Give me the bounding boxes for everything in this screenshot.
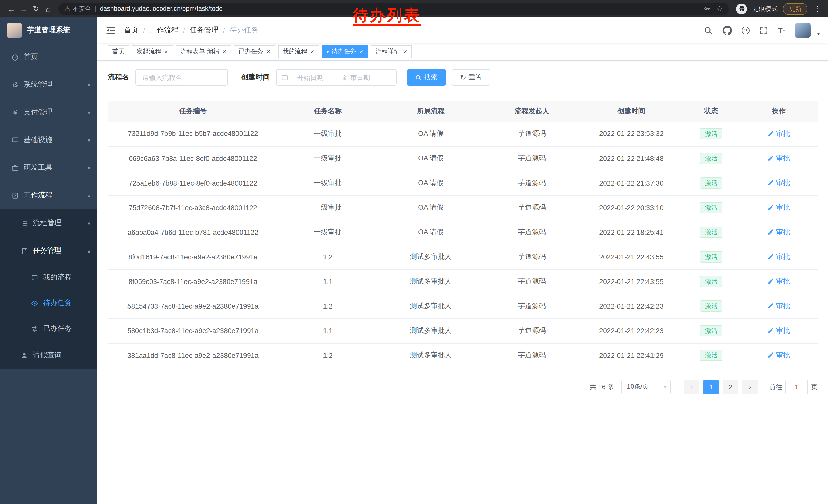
search-icon[interactable]: [704, 26, 713, 35]
github-icon[interactable]: [722, 26, 732, 35]
task-id-cell: 8f0d1619-7ac8-11ec-a9e2-a2380e71991a: [108, 244, 278, 269]
breadcrumb-item[interactable]: 首页: [124, 26, 138, 35]
initiator-cell: 芋道源码: [484, 294, 580, 318]
breadcrumb-item[interactable]: 工作流程: [150, 26, 178, 35]
tab-done-tasks[interactable]: 已办任务 ×: [234, 45, 275, 58]
table-header-row: 任务编号 任务名称 所属流程 流程发起人 创建时间 状态 操作: [108, 101, 818, 122]
close-icon[interactable]: ×: [310, 48, 315, 55]
sidebar-toggle-icon[interactable]: [106, 25, 116, 35]
help-icon[interactable]: ?: [742, 27, 750, 34]
fullscreen-icon[interactable]: [759, 26, 768, 35]
sidebar-item-infrastructure[interactable]: 基础设施 ▾: [0, 126, 97, 154]
task-name-cell: 1.1: [278, 269, 378, 294]
bookmark-star-icon[interactable]: ☆: [716, 5, 723, 13]
app-logo[interactable]: 芋道管理系统: [0, 17, 97, 43]
home-icon[interactable]: ⌂: [42, 4, 54, 13]
prev-page-button[interactable]: ‹: [684, 380, 699, 394]
process-name-input[interactable]: [135, 69, 228, 86]
sidebar-item-workflow[interactable]: 工作流程 ▴: [0, 182, 97, 209]
annotation-overlay: 待办列表: [353, 7, 421, 26]
font-size-icon[interactable]: TT: [778, 27, 785, 34]
audit-link[interactable]: 审批: [768, 351, 790, 360]
process-cell: OA 请假: [378, 171, 484, 195]
key-icon[interactable]: [704, 5, 711, 12]
reload-icon[interactable]: ↻: [30, 4, 42, 13]
tab-process-form-edit[interactable]: 流程表单-编辑 ×: [176, 45, 232, 58]
app-title: 芋道管理系统: [27, 26, 70, 35]
close-icon[interactable]: ×: [266, 48, 271, 55]
audit-label: 审批: [776, 154, 790, 163]
close-icon[interactable]: ×: [164, 48, 169, 55]
breadcrumb: 首页 / 工作流程 / 任务管理 / 待办任务: [124, 26, 258, 35]
sidebar-item-done-tasks[interactable]: 已办任务: [0, 316, 97, 341]
search-icon: [415, 74, 422, 81]
chat-icon: [31, 274, 38, 281]
close-icon[interactable]: ×: [359, 48, 364, 55]
close-icon[interactable]: ×: [403, 48, 408, 55]
process-cell: OA 请假: [378, 195, 484, 220]
reset-button[interactable]: ↻ 重置: [452, 69, 490, 86]
task-table: 任务编号 任务名称 所属流程 流程发起人 创建时间 状态 操作 73211d9d…: [108, 101, 818, 368]
task-name-cell: 一级审批: [278, 220, 378, 244]
audit-label: 审批: [776, 178, 790, 188]
sidebar-item-home[interactable]: 首页: [0, 43, 97, 71]
column-header: 流程发起人: [484, 101, 580, 122]
goto-page-input[interactable]: [785, 380, 808, 394]
sidebar-item-my-processes[interactable]: 我的流程: [0, 265, 97, 290]
audit-link[interactable]: 审批: [768, 178, 790, 188]
audit-link[interactable]: 审批: [768, 154, 790, 163]
tab-my-processes[interactable]: 我的流程 ×: [278, 45, 319, 58]
next-page-button[interactable]: ›: [742, 380, 758, 394]
action-cell: 审批: [740, 294, 818, 318]
sidebar-item-dev-tools[interactable]: 研发工具 ▾: [0, 154, 97, 182]
tab-start-process[interactable]: 发起流程 ×: [132, 45, 173, 58]
status-badge: 激活: [700, 128, 722, 139]
sidebar-item-todo-tasks[interactable]: 待办任务: [0, 290, 97, 316]
page-button-1[interactable]: 1: [703, 380, 719, 394]
sidebar-item-label: 支付管理: [24, 108, 52, 117]
audit-link[interactable]: 审批: [768, 326, 790, 335]
audit-label: 审批: [776, 129, 790, 138]
date-range-picker[interactable]: -: [276, 69, 397, 86]
tab-home[interactable]: 首页: [108, 45, 129, 58]
sidebar-item-label: 请假查询: [33, 351, 61, 360]
page-size-select[interactable]: 10条/页 ▾: [621, 380, 670, 394]
sidebar-item-system[interactable]: ⚙ 系统管理 ▾: [0, 71, 97, 98]
audit-link[interactable]: 审批: [768, 129, 790, 138]
breadcrumb-item[interactable]: 任务管理: [190, 26, 218, 35]
chevron-down-icon: ▾: [88, 137, 90, 143]
audit-link[interactable]: 审批: [768, 228, 790, 237]
page-button-2[interactable]: 2: [723, 380, 738, 394]
status-cell: 激活: [683, 244, 740, 269]
audit-link[interactable]: 审批: [768, 252, 790, 262]
audit-link[interactable]: 审批: [768, 302, 790, 311]
audit-label: 审批: [776, 302, 790, 311]
sidebar-item-label: 工作流程: [24, 191, 52, 200]
forward-icon[interactable]: →: [17, 4, 30, 13]
tab-process-detail[interactable]: 流程详情 ×: [371, 45, 412, 58]
start-date-input[interactable]: [290, 74, 330, 81]
total-count: 共 16 条: [590, 382, 614, 392]
sidebar-item-task-management[interactable]: 任务管理 ▴: [0, 237, 97, 265]
close-icon[interactable]: ×: [222, 48, 227, 55]
breadcrumb-item-current: 待办任务: [230, 26, 258, 35]
audit-link[interactable]: 审批: [768, 203, 790, 212]
avatar[interactable]: [795, 22, 811, 38]
action-cell: 审批: [740, 244, 818, 269]
audit-link[interactable]: 审批: [768, 277, 790, 286]
status-badge: 激活: [700, 350, 722, 361]
caret-down-icon[interactable]: ▾: [817, 31, 820, 38]
update-button[interactable]: 更新: [783, 3, 808, 15]
search-button[interactable]: 搜索: [407, 69, 446, 86]
status-badge: 激活: [700, 202, 722, 213]
end-date-input[interactable]: [337, 74, 377, 81]
sidebar-item-process-management[interactable]: 流程管理 ▾: [0, 209, 97, 237]
reset-button-label: 重置: [469, 73, 482, 82]
tab-todo-tasks[interactable]: ● 待办任务 ×: [322, 45, 368, 58]
sidebar-item-payment[interactable]: ¥ 支付管理 ▾: [0, 98, 97, 126]
back-icon[interactable]: ←: [5, 4, 17, 13]
task-id-cell: a6aba0a4-7b6d-11ec-b781-acde48001122: [108, 220, 278, 244]
status-badge: 激活: [700, 153, 722, 164]
sidebar-item-leave-query[interactable]: 请假查询: [0, 341, 97, 369]
browser-menu-icon[interactable]: ⋮: [813, 5, 823, 13]
